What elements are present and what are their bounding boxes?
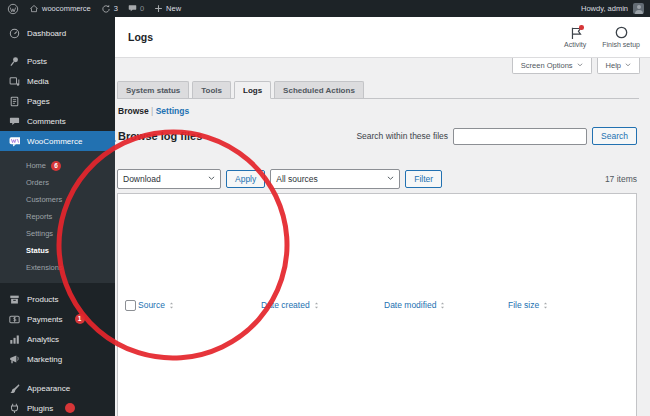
sidebar-item-label: Media — [27, 77, 49, 86]
page-header: Logs ActivityFinish setup — [115, 17, 650, 58]
pin-icon — [9, 56, 20, 67]
sidebar-item-pages[interactable]: Pages — [0, 91, 115, 111]
browse-link[interactable]: Browse — [118, 106, 149, 116]
table-header: SourceDate createdDate modifiedFile size — [118, 194, 636, 416]
search-label: Search within these files — [356, 131, 448, 141]
sidebar-item-payments[interactable]: Payments1 — [0, 309, 115, 329]
search-button[interactable]: Search — [592, 127, 637, 145]
comment-icon — [9, 116, 20, 127]
page-title: Logs — [128, 31, 153, 43]
items-count: 17 items — [605, 174, 637, 184]
payments-icon — [9, 314, 20, 325]
sidebar-item-comments[interactable]: Comments — [0, 111, 115, 131]
sidebar-item-label: Products — [27, 295, 59, 304]
update-count-badge — [65, 403, 75, 413]
finish-setup-button[interactable]: Finish setup — [602, 26, 640, 48]
sidebar-item-marketing[interactable]: Marketing — [0, 349, 115, 369]
update-count-badge: 1 — [75, 314, 85, 324]
wordpress-logo-menu[interactable] — [7, 3, 19, 15]
column-header-date-created[interactable]: Date created — [261, 300, 384, 310]
sidebar-item-reports[interactable]: Reports — [0, 208, 115, 225]
filter-button[interactable]: Filter — [405, 170, 442, 188]
admin-bar-left: woocommerce 3 0 New — [0, 3, 181, 15]
main-content: Logs ActivityFinish setup Screen Options… — [115, 17, 650, 416]
source-filter-value: All sources — [276, 174, 318, 184]
woocommerce-icon — [9, 136, 20, 147]
select-all-checkbox[interactable] — [125, 300, 136, 311]
sidebar-item-orders[interactable]: Orders — [0, 174, 115, 191]
products-icon — [9, 294, 20, 305]
tab-system-status[interactable]: System status — [117, 81, 189, 98]
activity-button[interactable]: Activity — [564, 26, 586, 48]
sidebar-item-plugins[interactable]: Plugins — [0, 398, 115, 416]
flag-icon — [569, 26, 582, 39]
column-label: Date modified — [384, 300, 436, 310]
media-icon — [9, 76, 20, 87]
sidebar-item-label: Comments — [27, 117, 66, 126]
chevron-down-icon — [208, 176, 215, 183]
bulk-action-select[interactable]: Download — [117, 169, 221, 189]
sidebar-item-products[interactable]: Products — [0, 289, 115, 309]
home-icon — [29, 4, 39, 14]
sidebar-item-label: Customers — [26, 195, 62, 204]
sidebar-item-label: Analytics — [27, 335, 59, 344]
screen-options-button[interactable]: Screen Options — [512, 58, 592, 74]
sidebar-item-settings[interactable]: Settings — [0, 225, 115, 242]
sort-icon — [542, 302, 549, 309]
sidebar-item-woocommerce[interactable]: WooCommerce — [0, 131, 115, 151]
sidebar-item-dashboard[interactable]: Dashboard — [0, 23, 115, 43]
sidebar-item-label: Settings — [26, 229, 53, 238]
sidebar-item-label: Dashboard — [27, 29, 66, 38]
sidebar-item-label: WooCommerce — [27, 137, 82, 146]
column-header-date-modified[interactable]: Date modified — [384, 300, 508, 310]
plus-icon — [154, 4, 163, 13]
search-input[interactable] — [453, 128, 587, 145]
column-header-file-size[interactable]: File size — [508, 300, 636, 310]
chevron-down-icon — [387, 176, 394, 183]
woocommerce-submenu: Home6OrdersCustomersReportsSettingsStatu… — [0, 151, 115, 283]
source-filter-select[interactable]: All sources — [270, 169, 400, 189]
howdy-menu[interactable]: Howdy, admin — [581, 4, 628, 13]
tab-scheduled-actions[interactable]: Scheduled Actions — [274, 81, 364, 98]
apply-button[interactable]: Apply — [226, 170, 265, 188]
sidebar: DashboardPostsMediaPagesCommentsWooComme… — [0, 17, 115, 416]
marketing-icon — [9, 354, 20, 365]
sidebar-item-media[interactable]: Media — [0, 71, 115, 91]
sidebar-item-customers[interactable]: Customers — [0, 191, 115, 208]
sidebar-item-label: Payments — [27, 315, 63, 324]
sidebar-item-analytics[interactable]: Analytics — [0, 329, 115, 349]
sort-icon — [439, 302, 446, 309]
chevron-down-icon — [577, 63, 583, 69]
help-button[interactable]: Help — [597, 58, 640, 74]
avatar — [633, 3, 644, 14]
comments-menu[interactable]: 0 — [128, 4, 144, 13]
tab-bar: System statusToolsLogsScheduled Actions — [117, 81, 639, 99]
site-name-menu[interactable]: woocommerce — [29, 4, 91, 14]
bulk-action-value: Download — [123, 174, 161, 184]
search-group: Search within these files Search — [356, 127, 637, 145]
action-label: Finish setup — [602, 41, 640, 48]
tab-label: Tools — [201, 86, 222, 95]
sidebar-item-status[interactable]: Status — [0, 242, 115, 259]
settings-link[interactable]: Settings — [156, 106, 190, 116]
appearance-icon — [9, 383, 20, 394]
admin-bar: woocommerce 3 0 New Howdy, admin — [0, 0, 650, 17]
chevron-down-icon — [625, 63, 631, 69]
plugins-icon — [9, 403, 20, 414]
table-toolbar: Download Apply All sources Filter 17 ite… — [117, 169, 637, 189]
sidebar-item-home[interactable]: Home6 — [0, 157, 115, 174]
admin-bar-right: Howdy, admin — [581, 3, 650, 14]
column-header-source[interactable]: Source — [138, 300, 261, 310]
new-menu[interactable]: New — [154, 4, 181, 13]
tab-label: Logs — [243, 86, 262, 95]
sidebar-item-label: Home — [26, 161, 46, 170]
analytics-icon — [9, 334, 20, 345]
tab-logs[interactable]: Logs — [234, 81, 271, 99]
sidebar-item-posts[interactable]: Posts — [0, 51, 115, 71]
sidebar-item-appearance[interactable]: Appearance — [0, 378, 115, 398]
updates-menu[interactable]: 3 — [101, 4, 118, 14]
section-header: Browse log files Search within these fil… — [118, 127, 637, 145]
sidebar-item-label: Plugins — [27, 404, 53, 413]
tab-tools[interactable]: Tools — [192, 81, 231, 98]
sidebar-item-extensions[interactable]: Extensions — [0, 259, 115, 276]
